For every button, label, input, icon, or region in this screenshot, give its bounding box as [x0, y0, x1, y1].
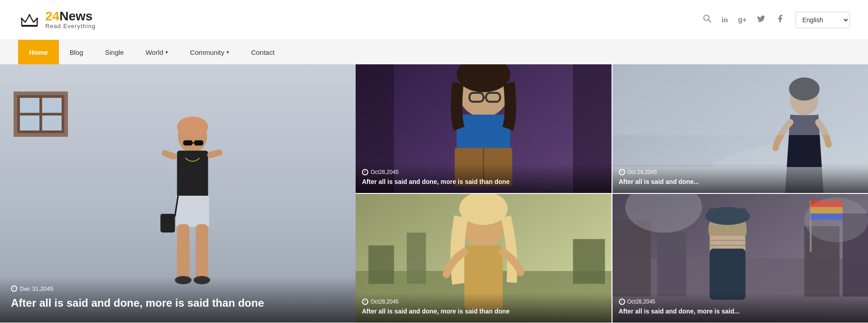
hero-main-card[interactable]: Dec 31,2045 After all is said and done, … [0, 64, 356, 323]
window-pane [20, 116, 39, 130]
svg-rect-43 [407, 233, 426, 284]
logo-icon [18, 9, 41, 31]
main-nav: Home Blog Single World ▾ Community ▾ Con… [0, 40, 868, 64]
site-header: 24News Read Everything in g+ English Fre… [0, 0, 868, 40]
card-2-date: Oct 28,2045 [619, 169, 862, 175]
svg-rect-11 [206, 149, 223, 159]
clock-icon [362, 169, 368, 175]
card-4-overlay: Oct28,2045 After all is said and done, m… [612, 293, 868, 323]
nav-contact[interactable]: Contact [240, 40, 285, 64]
nav-community[interactable]: Community ▾ [179, 40, 240, 64]
window-pane [42, 98, 62, 113]
svg-rect-51 [657, 233, 686, 297]
hero-main-overlay: Dec 31,2045 After all is said and done, … [0, 276, 356, 323]
card-4-date: Oct28,2045 [619, 299, 862, 305]
svg-rect-64 [709, 249, 745, 300]
community-dropdown-caret: ▾ [227, 49, 229, 55]
svg-rect-13 [177, 224, 189, 281]
svg-rect-1 [22, 25, 37, 27]
social-icons: in g+ [703, 14, 785, 25]
hero-grid: Oct28,2045 After all is said and done, m… [356, 64, 868, 323]
window-pane [20, 98, 39, 113]
card-4-title: After all is said and done, more is said… [619, 307, 862, 315]
nav-single[interactable]: Single [94, 40, 135, 64]
logo-number: 24 [45, 9, 59, 23]
world-dropdown-caret: ▾ [165, 49, 168, 55]
logo-subtitle: Read Everything [45, 23, 96, 29]
search-icon[interactable] [703, 14, 712, 25]
svg-rect-44 [573, 239, 605, 284]
card-3-date: Oct28,2045 [362, 299, 605, 305]
twitter-icon[interactable] [757, 14, 766, 25]
clock-icon [619, 169, 625, 175]
clock-icon [362, 299, 368, 305]
svg-point-3 [29, 14, 30, 16]
window-pane [42, 116, 62, 130]
svg-point-5 [704, 15, 709, 21]
clock-icon [619, 299, 625, 305]
google-plus-icon[interactable]: g+ [738, 16, 747, 24]
grid-card-1[interactable]: Oct28,2045 After all is said and done, m… [356, 64, 612, 193]
linkedin-icon[interactable]: in [722, 15, 728, 24]
hero-main-title: After all is said and done, more is said… [11, 296, 345, 310]
card-1-overlay: Oct28,2045 After all is said and done, m… [356, 164, 612, 193]
hero-section: Dec 31,2045 After all is said and done, … [0, 64, 868, 323]
hero-window [14, 92, 68, 137]
svg-point-8 [177, 116, 208, 137]
logo-area[interactable]: 24News Read Everything [18, 9, 96, 31]
svg-rect-9 [177, 151, 208, 198]
svg-point-66 [804, 198, 868, 242]
facebook-icon[interactable] [776, 14, 785, 25]
svg-rect-12 [176, 196, 209, 227]
grid-card-3[interactable]: Oct28,2045 After all is said and done, m… [356, 194, 612, 323]
svg-line-6 [709, 20, 711, 22]
svg-rect-42 [368, 246, 394, 284]
card-3-title: After all is said and done, more is said… [362, 307, 605, 315]
svg-rect-50 [612, 220, 651, 296]
header-right: in g+ English French Spanish German Arab… [703, 12, 850, 28]
hero-main-date: Dec 31,2045 [11, 285, 345, 292]
svg-rect-39 [612, 64, 868, 135]
card-2-title: After all is said and done... [619, 178, 862, 186]
nav-blog[interactable]: Blog [59, 40, 94, 64]
svg-point-4 [36, 18, 38, 19]
card-1-date: Oct28,2045 [362, 169, 605, 175]
logo-title: 24News [45, 10, 96, 23]
language-select[interactable]: English French Spanish German Arabic [796, 12, 850, 28]
svg-point-2 [21, 18, 23, 19]
grid-card-2[interactable]: Oct 28,2045 After all is said and done..… [612, 64, 868, 193]
svg-rect-60 [708, 208, 747, 217]
clock-icon [11, 285, 17, 292]
svg-rect-10 [161, 149, 178, 160]
svg-rect-14 [195, 224, 207, 281]
nav-world[interactable]: World ▾ [135, 40, 179, 64]
card-1-title: After all is said and done, more is said… [362, 178, 605, 186]
logo-name: News [59, 9, 92, 23]
card-3-overlay: Oct28,2045 After all is said and done, m… [356, 293, 612, 323]
logo-text: 24News Read Everything [45, 10, 96, 29]
grid-card-4[interactable]: Oct28,2045 After all is said and done, m… [612, 194, 868, 323]
svg-rect-18 [194, 140, 203, 145]
nav-home[interactable]: Home [18, 40, 59, 64]
svg-rect-20 [160, 214, 175, 232]
card-2-overlay: Oct 28,2045 After all is said and done..… [612, 164, 868, 193]
svg-rect-17 [183, 140, 193, 145]
